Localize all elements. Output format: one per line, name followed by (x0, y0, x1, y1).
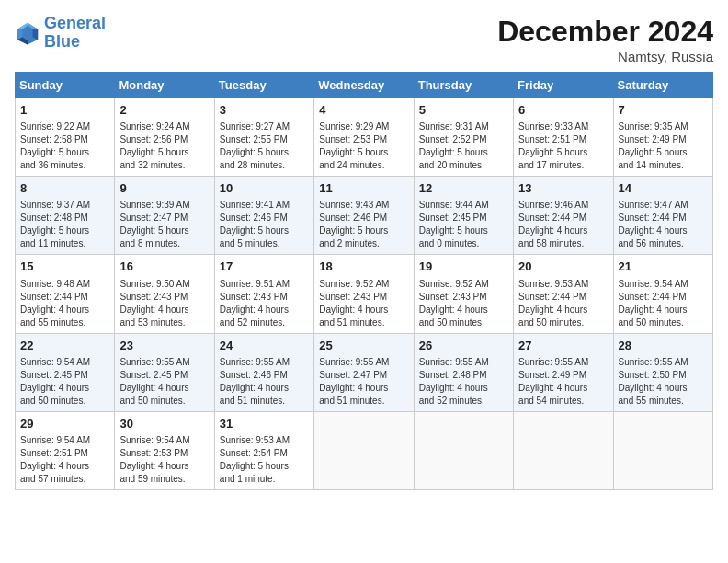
calendar-cell: 31Sunrise: 9:53 AM Sunset: 2:54 PM Dayli… (214, 411, 313, 489)
calendar-cell: 19Sunrise: 9:52 AM Sunset: 2:43 PM Dayli… (414, 255, 513, 333)
day-number: 23 (119, 338, 209, 354)
weekday-header-wednesday: Wednesday (314, 73, 414, 98)
day-info: Sunrise: 9:41 AM Sunset: 2:46 PM Dayligh… (220, 199, 309, 250)
day-info: Sunrise: 9:44 AM Sunset: 2:45 PM Dayligh… (419, 199, 508, 250)
day-number: 8 (20, 180, 109, 197)
weekday-header-monday: Monday (115, 73, 214, 98)
calendar-table: SundayMondayTuesdayWednesdayThursdayFrid… (15, 72, 713, 490)
day-number: 5 (419, 102, 508, 119)
calendar-cell: 13Sunrise: 9:46 AM Sunset: 2:44 PM Dayli… (514, 177, 613, 255)
calendar-cell: 17Sunrise: 9:51 AM Sunset: 2:43 PM Dayli… (214, 255, 313, 333)
calendar-cell: 22Sunrise: 9:54 AM Sunset: 2:45 PM Dayli… (16, 333, 115, 411)
calendar-cell: 9Sunrise: 9:39 AM Sunset: 2:47 PM Daylig… (115, 177, 214, 255)
month-title: December 2024 (497, 15, 713, 49)
day-number: 31 (220, 416, 309, 432)
weekday-header-saturday: Saturday (613, 73, 712, 98)
day-info: Sunrise: 9:54 AM Sunset: 2:44 PM Dayligh… (619, 278, 708, 329)
title-block: December 2024 Namtsy, Russia (497, 15, 713, 64)
calendar-cell: 15Sunrise: 9:48 AM Sunset: 2:44 PM Dayli… (16, 255, 115, 333)
day-info: Sunrise: 9:52 AM Sunset: 2:43 PM Dayligh… (419, 278, 508, 329)
calendar-week-row: 8Sunrise: 9:37 AM Sunset: 2:48 PM Daylig… (16, 177, 713, 255)
calendar-cell: 25Sunrise: 9:55 AM Sunset: 2:47 PM Dayli… (314, 333, 414, 411)
location: Namtsy, Russia (497, 49, 713, 64)
day-number: 10 (220, 180, 309, 197)
day-info: Sunrise: 9:27 AM Sunset: 2:55 PM Dayligh… (220, 121, 309, 172)
day-number: 16 (119, 259, 209, 275)
weekday-header-sunday: Sunday (16, 73, 115, 98)
day-number: 11 (319, 180, 408, 197)
day-info: Sunrise: 9:39 AM Sunset: 2:47 PM Dayligh… (119, 199, 209, 250)
calendar-cell: 1Sunrise: 9:22 AM Sunset: 2:58 PM Daylig… (16, 98, 115, 177)
logo-general: General (44, 14, 106, 32)
day-number: 6 (518, 102, 608, 119)
day-number: 19 (419, 259, 508, 275)
calendar-cell: 8Sunrise: 9:37 AM Sunset: 2:48 PM Daylig… (16, 177, 115, 255)
calendar-cell (314, 411, 414, 489)
day-info: Sunrise: 9:53 AM Sunset: 2:44 PM Dayligh… (518, 278, 608, 329)
day-number: 21 (619, 259, 708, 275)
calendar-week-row: 1Sunrise: 9:22 AM Sunset: 2:58 PM Daylig… (16, 98, 713, 177)
logo-icon (15, 20, 40, 46)
logo-blue: Blue (44, 32, 80, 51)
day-number: 13 (518, 180, 608, 197)
calendar-cell: 26Sunrise: 9:55 AM Sunset: 2:48 PM Dayli… (414, 333, 513, 411)
day-number: 15 (20, 259, 109, 275)
day-info: Sunrise: 9:31 AM Sunset: 2:52 PM Dayligh… (419, 121, 508, 172)
day-info: Sunrise: 9:37 AM Sunset: 2:48 PM Dayligh… (20, 199, 109, 250)
day-number: 2 (119, 102, 209, 119)
day-number: 27 (518, 338, 608, 354)
calendar-week-row: 29Sunrise: 9:54 AM Sunset: 2:51 PM Dayli… (16, 411, 713, 489)
day-info: Sunrise: 9:55 AM Sunset: 2:49 PM Dayligh… (518, 356, 608, 408)
day-number: 3 (220, 102, 309, 119)
day-info: Sunrise: 9:55 AM Sunset: 2:45 PM Dayligh… (119, 356, 209, 408)
calendar-cell: 28Sunrise: 9:55 AM Sunset: 2:50 PM Dayli… (613, 333, 712, 411)
calendar-cell: 20Sunrise: 9:53 AM Sunset: 2:44 PM Dayli… (514, 255, 613, 333)
logo-text-block: General Blue (44, 15, 106, 52)
calendar-cell: 23Sunrise: 9:55 AM Sunset: 2:45 PM Dayli… (115, 333, 214, 411)
day-info: Sunrise: 9:50 AM Sunset: 2:43 PM Dayligh… (119, 278, 209, 329)
day-info: Sunrise: 9:55 AM Sunset: 2:50 PM Dayligh… (619, 356, 708, 408)
calendar-cell: 14Sunrise: 9:47 AM Sunset: 2:44 PM Dayli… (613, 177, 712, 255)
calendar-cell (613, 411, 712, 489)
day-info: Sunrise: 9:55 AM Sunset: 2:47 PM Dayligh… (319, 356, 408, 408)
day-number: 9 (119, 180, 209, 197)
day-info: Sunrise: 9:54 AM Sunset: 2:45 PM Dayligh… (20, 356, 109, 408)
day-info: Sunrise: 9:55 AM Sunset: 2:48 PM Dayligh… (419, 356, 508, 408)
day-info: Sunrise: 9:43 AM Sunset: 2:46 PM Dayligh… (319, 199, 408, 250)
calendar-cell: 29Sunrise: 9:54 AM Sunset: 2:51 PM Dayli… (16, 411, 115, 489)
weekday-header-thursday: Thursday (414, 73, 513, 98)
day-number: 20 (518, 259, 608, 275)
calendar-cell: 30Sunrise: 9:54 AM Sunset: 2:53 PM Dayli… (115, 411, 214, 489)
day-info: Sunrise: 9:55 AM Sunset: 2:46 PM Dayligh… (220, 356, 309, 408)
day-number: 29 (20, 416, 109, 432)
day-info: Sunrise: 9:51 AM Sunset: 2:43 PM Dayligh… (220, 278, 309, 329)
calendar-cell (514, 411, 613, 489)
day-info: Sunrise: 9:46 AM Sunset: 2:44 PM Dayligh… (518, 199, 608, 250)
calendar-cell: 6Sunrise: 9:33 AM Sunset: 2:51 PM Daylig… (514, 98, 613, 177)
calendar-cell: 21Sunrise: 9:54 AM Sunset: 2:44 PM Dayli… (613, 255, 712, 333)
calendar-cell: 18Sunrise: 9:52 AM Sunset: 2:43 PM Dayli… (314, 255, 414, 333)
day-info: Sunrise: 9:54 AM Sunset: 2:53 PM Dayligh… (119, 434, 209, 486)
day-number: 4 (319, 102, 408, 119)
day-info: Sunrise: 9:22 AM Sunset: 2:58 PM Dayligh… (20, 121, 109, 172)
calendar-cell: 7Sunrise: 9:35 AM Sunset: 2:49 PM Daylig… (613, 98, 712, 177)
day-number: 12 (419, 180, 508, 197)
day-info: Sunrise: 9:54 AM Sunset: 2:51 PM Dayligh… (20, 434, 109, 486)
day-info: Sunrise: 9:29 AM Sunset: 2:53 PM Dayligh… (319, 121, 408, 172)
day-info: Sunrise: 9:47 AM Sunset: 2:44 PM Dayligh… (619, 199, 708, 250)
day-number: 7 (619, 102, 708, 119)
day-info: Sunrise: 9:35 AM Sunset: 2:49 PM Dayligh… (619, 121, 708, 172)
day-number: 22 (20, 338, 109, 354)
weekday-header-tuesday: Tuesday (214, 73, 313, 98)
calendar-cell: 3Sunrise: 9:27 AM Sunset: 2:55 PM Daylig… (214, 98, 313, 177)
day-info: Sunrise: 9:52 AM Sunset: 2:43 PM Dayligh… (319, 278, 408, 329)
calendar-cell (414, 411, 513, 489)
day-info: Sunrise: 9:33 AM Sunset: 2:51 PM Dayligh… (518, 121, 608, 172)
day-info: Sunrise: 9:24 AM Sunset: 2:56 PM Dayligh… (119, 121, 209, 172)
calendar-cell: 2Sunrise: 9:24 AM Sunset: 2:56 PM Daylig… (115, 98, 214, 177)
day-number: 30 (119, 416, 209, 432)
page-header: General Blue December 2024 Namtsy, Russi… (15, 15, 713, 64)
calendar-week-row: 22Sunrise: 9:54 AM Sunset: 2:45 PM Dayli… (16, 333, 713, 411)
day-number: 1 (20, 102, 109, 119)
weekday-header-row: SundayMondayTuesdayWednesdayThursdayFrid… (16, 73, 713, 98)
